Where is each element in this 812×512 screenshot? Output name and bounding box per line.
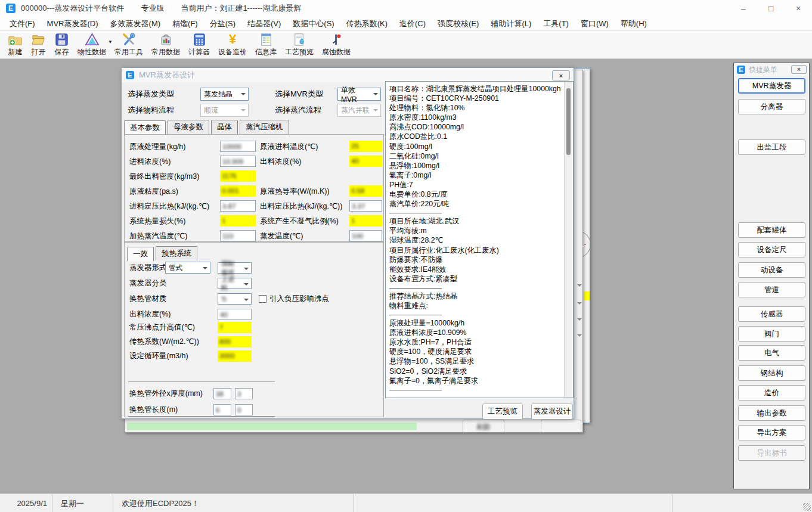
quick-menu-item-electrical[interactable]: 电气: [738, 345, 805, 361]
quick-menu-item-equipment-sizing[interactable]: 设备定尺: [738, 242, 805, 257]
param-input[interactable]: 40: [349, 156, 382, 167]
param-input[interactable]: 3.87: [220, 200, 256, 212]
resize-grip[interactable]: [803, 503, 811, 511]
menu-item[interactable]: 帮助(H): [615, 17, 653, 31]
steam-flow-select[interactable]: 蒸汽并联: [337, 104, 381, 117]
htc-input[interactable]: 800: [218, 336, 252, 347]
tube-length-input[interactable]: 6: [213, 404, 231, 415]
calculator-button[interactable]: 计算器: [184, 31, 214, 57]
bpe-label: 常压沸点升高值(℃): [129, 321, 195, 333]
menu-item[interactable]: 窗口(W): [575, 17, 615, 31]
param-input[interactable]: 10000: [220, 141, 256, 152]
open-button[interactable]: 打开: [27, 31, 50, 57]
quick-menu-item-export-tender[interactable]: 导出标书: [738, 445, 805, 461]
corrosion-data-button[interactable]: 腐蚀数据: [318, 31, 355, 57]
quick-menu-item-tanks[interactable]: 配套罐体: [738, 222, 805, 238]
param-input[interactable]: 1: [349, 215, 382, 226]
separator: [389, 213, 442, 213]
common-tools-button[interactable]: 常用工具: [110, 31, 147, 57]
param-input[interactable]: 25: [349, 141, 382, 152]
bpe-input[interactable]: 7: [218, 322, 252, 333]
project-info-block3: 推荐结晶方式:热结晶物料重难点:: [389, 291, 561, 311]
quick-menu-item-output-params[interactable]: 输出参数: [738, 405, 805, 421]
tube-thickness-input[interactable]: 3: [235, 388, 253, 399]
param-input[interactable]: 3.37: [349, 200, 382, 212]
tab-vapor-compressor[interactable]: 蒸汽压缩机: [240, 120, 289, 134]
param-input[interactable]: 1176: [220, 170, 256, 182]
info-library-button[interactable]: 信息库: [251, 31, 281, 57]
tab-mother-liquor[interactable]: 母液参数: [168, 120, 209, 134]
evaporator-form-select[interactable]: 管式: [165, 262, 210, 274]
menu-item[interactable]: 传热系数(K): [340, 17, 393, 31]
mvr-type-select[interactable]: 单效MVR: [337, 88, 381, 101]
equipment-cost-button[interactable]: ¥ 设备造价: [214, 31, 251, 57]
param-input[interactable]: 110: [220, 230, 256, 241]
close-button[interactable]: ×: [785, 0, 812, 17]
material-flow-select[interactable]: 顺流: [200, 104, 249, 117]
menu-item[interactable]: 精馏(F): [166, 17, 204, 31]
vacuum-effect-checkbox[interactable]: [259, 295, 266, 303]
quick-menu-item-piping[interactable]: 管道: [738, 282, 805, 297]
evaporator-form2-select[interactable]: 强制循环: [218, 262, 252, 274]
menu-item[interactable]: MVR蒸发器(D): [41, 17, 104, 31]
evaporator-design-button[interactable]: 蒸发器设计: [531, 404, 573, 420]
menu-item[interactable]: 辅助计算(L): [485, 17, 537, 31]
evap-type-label: 选择蒸发类型: [128, 88, 174, 101]
evaporator-class-select[interactable]: 上进料: [218, 278, 252, 289]
quick-menu-item-mvr-evaporator[interactable]: MVR蒸发器: [738, 78, 805, 94]
quick-menu-item-separator[interactable]: 分离器: [738, 99, 805, 114]
process-preview-button[interactable]: 工艺预览: [281, 31, 318, 57]
save-icon: [54, 32, 69, 47]
out-conc-input[interactable]: 40: [218, 309, 252, 320]
menu-item[interactable]: 工具(T): [537, 17, 575, 31]
maximize-button[interactable]: □: [757, 0, 785, 17]
tab-crystal[interactable]: 晶体: [211, 120, 238, 134]
quick-menu-item-sensors[interactable]: 传感器: [738, 306, 805, 322]
tab-preheat-system[interactable]: 预热系统: [156, 246, 197, 260]
minimize-button[interactable]: –: [730, 0, 757, 17]
project-info-line: 防爆要求:不防爆: [389, 255, 561, 265]
quick-menu-item-rotating-equipment[interactable]: 动设备: [738, 262, 805, 278]
evap-type-select[interactable]: 蒸发结晶: [200, 88, 249, 101]
param-label: 加热蒸汽温度(℃): [129, 230, 187, 242]
menu-item[interactable]: 文件(F): [4, 17, 41, 31]
scrollbar-thumb[interactable]: [566, 88, 571, 155]
circulation-input[interactable]: 3000: [218, 350, 252, 362]
menu-item[interactable]: 多效蒸发器(M): [104, 17, 167, 31]
menu-item[interactable]: 强度校核(E): [432, 17, 485, 31]
quick-menu-item-salt-section[interactable]: 出盐工段: [738, 139, 805, 155]
separator: [389, 390, 442, 390]
process-preview-button[interactable]: 工艺预览: [482, 404, 523, 420]
partial-button[interactable]: [541, 420, 581, 433]
project-info-line: 硬度:100mg/l: [389, 142, 561, 151]
menu-item[interactable]: 分盐(S): [204, 17, 241, 31]
param-input[interactable]: 1: [220, 215, 256, 226]
menu-item[interactable]: 结晶器(V): [241, 17, 287, 31]
quick-menu-item-export-plan[interactable]: 导出方案: [738, 425, 805, 440]
dialog-close-button[interactable]: ×: [552, 70, 570, 80]
param-input[interactable]: 0.58: [349, 185, 382, 197]
tab-first-effect[interactable]: 一效: [127, 247, 154, 261]
new-button[interactable]: 新建: [4, 31, 27, 57]
param-input[interactable]: 100: [349, 230, 382, 241]
partial-refresh-button[interactable]: 刷新: [463, 420, 504, 433]
tube-length-input2[interactable]: 0: [235, 404, 253, 415]
menu-item[interactable]: 数据中心(S): [287, 17, 340, 31]
quick-menu-item-steel-structure[interactable]: 钢结构: [738, 365, 805, 381]
param-input[interactable]: 0.001: [220, 185, 256, 197]
quick-menu-close-button[interactable]: ×: [791, 65, 807, 74]
menu-item[interactable]: 造价(C): [393, 17, 432, 31]
tube-material-select[interactable]: Ti: [218, 293, 252, 305]
param-input[interactable]: 10.909: [220, 156, 256, 167]
quick-menu-item-valves[interactable]: 阀门: [738, 326, 805, 342]
scrollbar[interactable]: [564, 82, 572, 398]
status-date: 2025/9/1: [0, 494, 52, 512]
save-button[interactable]: 保存: [50, 31, 73, 57]
separator: [128, 416, 275, 417]
property-data-button[interactable]: ▼ 物性数据: [73, 31, 110, 57]
common-data-button[interactable]: 常用数据: [147, 31, 184, 57]
project-info-block2: 项目所在地:湖北.武汉平均海拔:m湿球温度:28.2℃项目所属行业:化工废水(化…: [389, 216, 561, 284]
tab-basic-params[interactable]: 基本参数: [124, 120, 166, 135]
quick-menu-item-cost[interactable]: 造价: [738, 385, 805, 401]
tube-od-input[interactable]: 38: [213, 388, 231, 399]
